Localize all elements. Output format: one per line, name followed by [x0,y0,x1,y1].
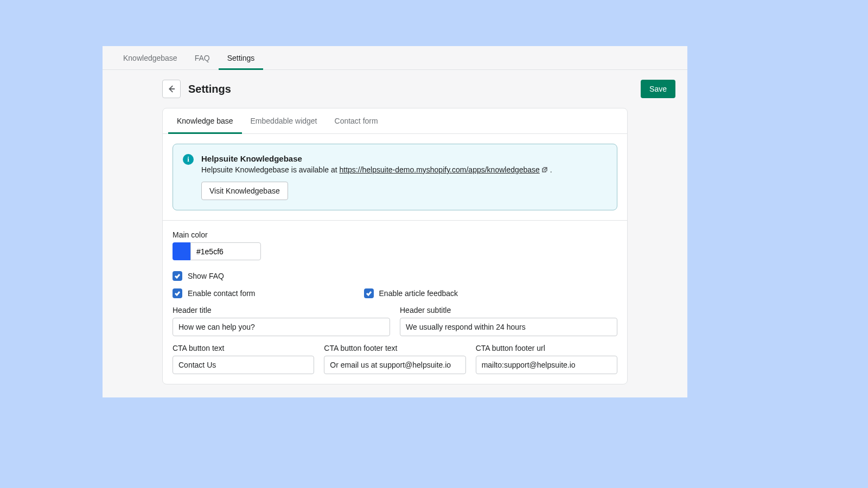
page-title: Settings [188,83,231,95]
header-title-label: Header title [173,306,390,314]
main-color-swatch[interactable] [173,242,190,260]
cta-footer-text-input[interactable] [324,356,465,374]
tab-settings[interactable]: Settings [219,46,264,69]
show-faq-checkbox[interactable] [173,271,182,281]
cta-text-input[interactable] [173,356,314,374]
main-color-label: Main color [173,230,617,239]
cta-footer-url-input[interactable] [476,356,617,374]
knowledgebase-link[interactable]: https://helpsuite-demo.myshopify.com/app… [340,165,540,174]
visit-knowledgebase-button[interactable]: Visit Knowledgebase [201,182,288,200]
subtab-embeddable-widget[interactable]: Embeddable widget [242,108,326,133]
cta-text-label: CTA button text [173,344,314,352]
tab-knowledgebase[interactable]: Knowledgebase [114,46,186,69]
info-banner: i Helpsuite Knowledgebase Helpsuite Know… [173,144,617,210]
subtab-knowledge-base[interactable]: Knowledge base [168,108,242,133]
info-icon: i [183,154,194,165]
settings-card: Knowledge base Embeddable widget Contact… [162,108,628,384]
save-button[interactable]: Save [641,80,675,98]
header-subtitle-label: Header subtitle [400,306,617,314]
tab-faq[interactable]: FAQ [186,46,219,69]
enable-feedback-checkbox[interactable] [364,288,374,298]
arrow-left-icon [167,84,176,94]
header-subtitle-input[interactable] [400,318,617,336]
enable-contact-checkbox[interactable] [173,288,182,298]
banner-text-prefix: Helpsuite Knowledgebase is available at [201,165,340,174]
enable-feedback-label: Enable article feedback [379,289,458,298]
main-color-input[interactable] [190,242,261,260]
subtab-contact-form[interactable]: Contact form [326,108,387,133]
form-body: Main color Show FAQ Enable contact form [163,221,627,384]
cta-footer-url-label: CTA button footer url [476,344,617,352]
banner-text-suffix: . [548,165,552,174]
sub-tabs: Knowledge base Embeddable widget Contact… [163,108,627,134]
external-link-icon [541,166,548,173]
back-button[interactable] [162,80,181,98]
page-header: Settings Save [103,70,687,108]
banner-text: Helpsuite Knowledgebase is available at … [201,165,552,174]
header-title-input[interactable] [173,318,390,336]
app-window: Knowledgebase FAQ Settings Settings Save… [103,46,687,397]
enable-contact-label: Enable contact form [188,289,256,298]
banner-title: Helpsuite Knowledgebase [201,154,552,163]
cta-footer-text-label: CTA button footer text [324,344,465,352]
show-faq-label: Show FAQ [188,272,224,280]
top-tabs: Knowledgebase FAQ Settings [103,46,687,70]
